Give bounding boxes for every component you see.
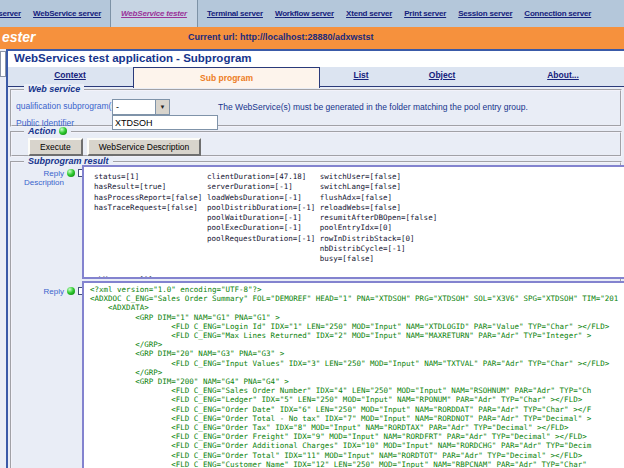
reply-label: Reply [12,287,64,296]
url-banner: ester Current url: http://localhost:2888… [0,27,624,49]
subprogram-result-group: Subprogram result Reply Description stat… [10,161,622,468]
reply-description-text: status=[1] clientDuration=[47.18] switch… [84,167,624,279]
page-title: WebServices test application - Subprogra… [14,52,252,64]
action-buttons: Execute WebService Description [28,138,201,156]
web-service-legend: Web service [24,84,84,94]
tab-context[interactable]: Context [30,70,110,80]
reply-description-label: Reply Description [12,169,64,187]
nav-item-session-server[interactable]: Session server [455,9,515,18]
nav-item-workflow-server[interactable]: Workflow server [272,9,337,18]
status-green-icon [59,127,67,135]
server-nav-bar: che server WebService server WebService … [0,0,624,27]
tab-sub-program[interactable]: Sub program [133,67,320,88]
chevron-down-icon[interactable]: ▼ [155,100,169,114]
webservices-tester-window: che server WebService server WebService … [0,0,624,468]
nav-item-che-server[interactable]: che server [0,9,24,18]
nav-item-webservice-tester[interactable]: WebService tester [110,0,198,27]
tab-object[interactable]: Object [402,70,482,80]
status-green-icon [67,169,75,177]
action-legend: Action [24,126,71,136]
qualification-select[interactable]: - ▼ [112,99,170,115]
generation-note: The WebService(s) must be generated in t… [218,102,528,112]
action-legend-text: Action [28,126,56,136]
nav-item-webservice-server[interactable]: WebService server [30,9,104,18]
nav-item-terminal-server[interactable]: Terminal server [204,9,266,18]
heading-band: WebServices test application - Subprogra… [8,51,624,67]
action-group: Action Execute WebService Description [10,131,622,157]
qualification-selected-value: - [113,102,155,112]
webservice-description-button[interactable]: WebService Description [87,138,202,156]
app-tabstrip: Context Sub program List Object About... [8,67,624,87]
nav-item-print-server[interactable]: Print server [401,9,449,18]
main-content: WebServices test application - Subprogra… [6,49,624,468]
tab-about[interactable]: About... [523,70,603,80]
status-green-icon [67,287,75,295]
tab-list[interactable]: List [321,70,401,80]
web-service-group: Web service qualification subprogram(s) … [10,89,622,127]
nav-item-xtend-server[interactable]: Xtend server [343,9,395,18]
reply-xml-box[interactable]: <?xml version="1.0" encoding="UTF-8"?> <… [82,281,624,468]
nav-item-connection-server[interactable]: Connection server [521,9,594,18]
tester-logo: ester [2,29,35,45]
reply-description-box[interactable]: status=[1] clientDuration=[47.18] switch… [82,165,624,279]
reply-xml-text: <?xml version="1.0" encoding="UTF-8"?> <… [84,283,624,468]
current-url-text: Current url: http://localhost:28880/adxw… [188,32,374,42]
execute-button[interactable]: Execute [28,138,83,156]
public-identifier-input[interactable] [112,115,218,130]
